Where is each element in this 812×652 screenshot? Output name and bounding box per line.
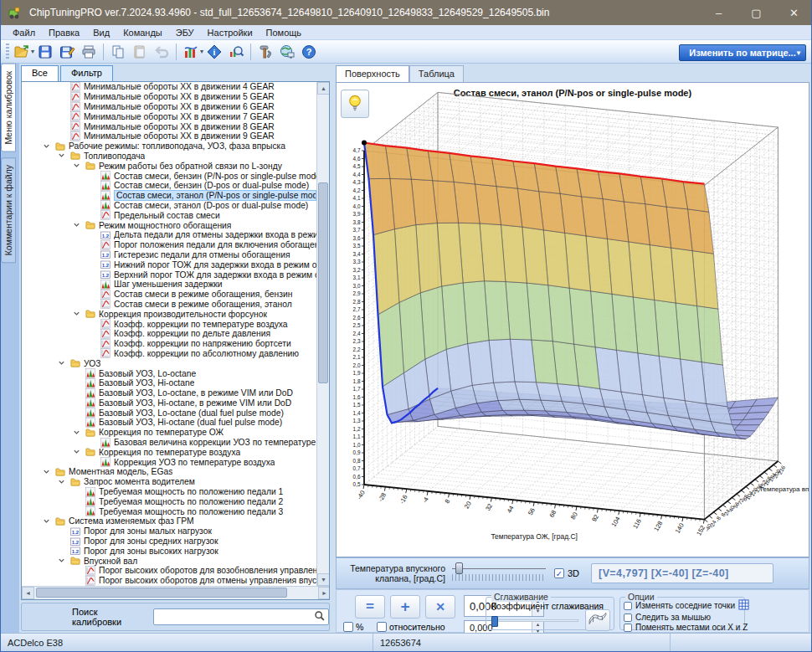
collapse-chevron-icon[interactable] [73, 429, 85, 437]
collapse-chevron-icon[interactable] [43, 468, 55, 476]
dock-tab-file-comments[interactable]: Комментарии к файлу [1, 157, 16, 263]
collapse-chevron-icon[interactable] [43, 517, 55, 526]
collapse-chevron-icon[interactable] [43, 142, 55, 151]
tree-item-row[interactable]: Базовый УОЗ, Lo-octane [73, 368, 316, 378]
collapse-chevron-icon[interactable] [73, 448, 85, 456]
collapse-chevron-icon[interactable] [73, 162, 85, 170]
tree-item-row[interactable]: Состав смеси, этанол (D-pos or dual-puls… [88, 201, 316, 211]
minimize-button[interactable]: – [700, 0, 737, 25]
tree-item-row[interactable]: 1.2Гистерезис педали для отмены обогащен… [88, 250, 316, 260]
collapse-chevron-icon[interactable] [73, 310, 85, 318]
tree-item-row[interactable]: Коэфф. коррекции по абсолютному давлению [88, 349, 316, 359]
compare-maps-button[interactable] [180, 42, 202, 62]
tree-item-row[interactable]: Базовая величина коррекции УОЗ по темпер… [88, 438, 316, 448]
tree-folder-row[interactable]: Коррекция производительности форсунок [73, 309, 316, 319]
tree-folder-row[interactable]: Запрос момента водителем [58, 477, 316, 487]
add-button[interactable]: + [390, 595, 420, 619]
slider-thumb[interactable] [455, 562, 463, 574]
tree-item-row[interactable]: 1.2Порог для зоны средних нагрузок [58, 536, 316, 547]
help-button[interactable]: ? [298, 42, 320, 62]
tree-item-row[interactable]: Минимальные обороты ХХ в движении 7 GEAR [58, 111, 316, 121]
tree-folder-row[interactable]: Коррекция по температуре ОЖ [73, 428, 316, 438]
open-file-button[interactable] [11, 42, 33, 62]
view-search-button[interactable] [225, 42, 247, 62]
menu-item[interactable]: Правка [42, 27, 86, 39]
option-checkbox[interactable] [624, 624, 632, 632]
tree-folder-row[interactable]: Впускной вал [58, 556, 316, 566]
option-checkbox[interactable] [624, 602, 632, 610]
intake-temp-slider[interactable] [452, 562, 546, 584]
tree-item-row[interactable]: Минимальные обороты ХХ в движении 6 GEAR [58, 102, 316, 112]
tree-item-row[interactable]: Базовый УОЗ, Hi-octane [73, 378, 316, 388]
checkbox-3d[interactable]: ✓ [554, 568, 564, 578]
tree-item-row[interactable]: Коэфф. коррекции по напряжению бортсети [88, 339, 316, 349]
scroll-down-icon[interactable]: ▼ [317, 573, 330, 586]
tree-item-row[interactable]: 1.2Порог для зоны высоких нагрузок [58, 546, 316, 556]
edit-by-matrix-button[interactable]: Изменить по матрице... ▼ [679, 44, 806, 61]
option-checkbox[interactable] [624, 613, 632, 622]
menu-item[interactable]: Настройки [201, 27, 260, 39]
relative-checkbox[interactable] [377, 622, 387, 632]
collapse-chevron-icon[interactable] [58, 478, 70, 486]
collapse-chevron-icon[interactable] [58, 359, 70, 367]
tree-item-row[interactable]: Состав смеси, бензин (P/N-pos or single-… [88, 171, 316, 181]
menu-item[interactable]: Команды [116, 27, 169, 39]
tree-item-row[interactable]: Коррекция УОЗ по температуре воздуха [88, 457, 316, 467]
tools-button[interactable] [254, 42, 276, 62]
smoothing-slider[interactable] [491, 616, 578, 626]
vertical-scroll-thumb[interactable] [318, 182, 328, 383]
tree-item-row[interactable]: Предельный состав смеси [88, 210, 316, 220]
tree-item-row[interactable]: Минимальные обороты ХХ в движении 8 GEAR [58, 121, 316, 131]
percent-checkbox[interactable] [343, 622, 353, 632]
tree-item-row[interactable]: Базовый УОЗ, Hi-octane, в режиме VIM или… [73, 398, 316, 408]
tree-folder-row[interactable]: Режим работы без обратной связи по L-зон… [73, 161, 316, 171]
print-button[interactable] [78, 42, 100, 62]
multiply-button[interactable]: ✕ [425, 595, 455, 619]
tree-item-row[interactable]: Состав смеси, бензин (D-pos or dual-puls… [88, 181, 316, 191]
tree-item-row[interactable]: 1.2Верхний порог ТОЖ для задержки входа … [88, 270, 316, 280]
tree-item-row[interactable]: Минимальные обороты ХХ в движении 5 GEAR [58, 92, 316, 102]
scroll-left-icon[interactable]: ◄ [22, 587, 34, 599]
tab-surface[interactable]: Поверхность [336, 65, 409, 82]
collapse-chevron-icon[interactable] [58, 557, 70, 565]
close-button[interactable]: ✕ [775, 0, 812, 25]
dock-tab-calibration-menu[interactable]: Меню калибровок [1, 64, 16, 152]
tree-folder-row[interactable]: УОЗ [58, 358, 316, 368]
tree-folder-row[interactable]: Моментная модель, EGas [43, 467, 316, 477]
tree-vertical-scrollbar[interactable]: ▲ ▼ [316, 82, 329, 586]
apply-smoothing-button[interactable] [585, 609, 610, 631]
horizontal-scroll-thumb[interactable] [36, 588, 287, 598]
tree-folder-row[interactable]: Топливоподача [58, 151, 316, 162]
tree-item-row[interactable]: Минимальные обороты ХХ в движении 4 GEAR [58, 82, 316, 92]
menu-item[interactable]: ЭБУ [169, 27, 201, 39]
tree-item-row[interactable]: 1.2Нижний порог ТОЖ для задержки входа в… [88, 259, 316, 270]
collapse-chevron-icon[interactable] [73, 221, 85, 229]
tree-folder-row[interactable]: Система изменяемых фаз ГРМ [43, 516, 316, 526]
search-input[interactable] [153, 608, 329, 625]
menu-item[interactable]: Вид [86, 27, 116, 39]
maximize-button[interactable]: ▢ [737, 0, 775, 25]
tree-folder-row[interactable]: Коррекция по температуре воздуха [73, 447, 316, 457]
save-as-button[interactable] [56, 42, 78, 62]
tree-item-row[interactable]: Порог высоких оборотов для отмены управл… [73, 576, 316, 586]
copy-button[interactable] [107, 42, 129, 62]
tree-item-row[interactable]: 1.2Дельта педали для отмены задержки вхо… [88, 230, 316, 240]
smoothing-thumb[interactable] [491, 616, 498, 627]
tree-item-row[interactable]: Порог положения педали для включения обо… [88, 240, 316, 250]
network-button[interactable] [276, 42, 298, 62]
tree-item-row[interactable]: Порог высоких оборотов для возобновления… [73, 566, 316, 576]
scroll-right-icon[interactable]: ► [318, 587, 330, 599]
save-file-button[interactable] [34, 42, 56, 62]
tree-item-row[interactable]: Коэфф. коррекции по температуре воздуха [88, 319, 316, 329]
menu-item[interactable]: Помощь [260, 27, 309, 39]
menu-item[interactable]: Файл [6, 27, 42, 39]
scroll-up-icon[interactable]: ▲ [317, 82, 330, 95]
tree-item-row[interactable]: Состав смеси в режиме обогащения, этанол [88, 300, 316, 310]
tree-item-row[interactable]: Базовый УОЗ, Lo-octane (dual fuel pulse … [73, 408, 316, 418]
info-button[interactable]: i [203, 42, 225, 62]
tree-item-row[interactable]: Требуемая мощность по положению педали 2 [73, 496, 316, 506]
tree-folder-row[interactable]: Режим мощностного обогащения [73, 220, 316, 230]
tree-item-row[interactable]: Коэфф. коррекции по дельте давления [88, 329, 316, 339]
tab-filter[interactable]: Фильтр [60, 65, 113, 81]
tree-item-row[interactable]: Требуемая мощность по положению педали 3 [73, 506, 316, 516]
